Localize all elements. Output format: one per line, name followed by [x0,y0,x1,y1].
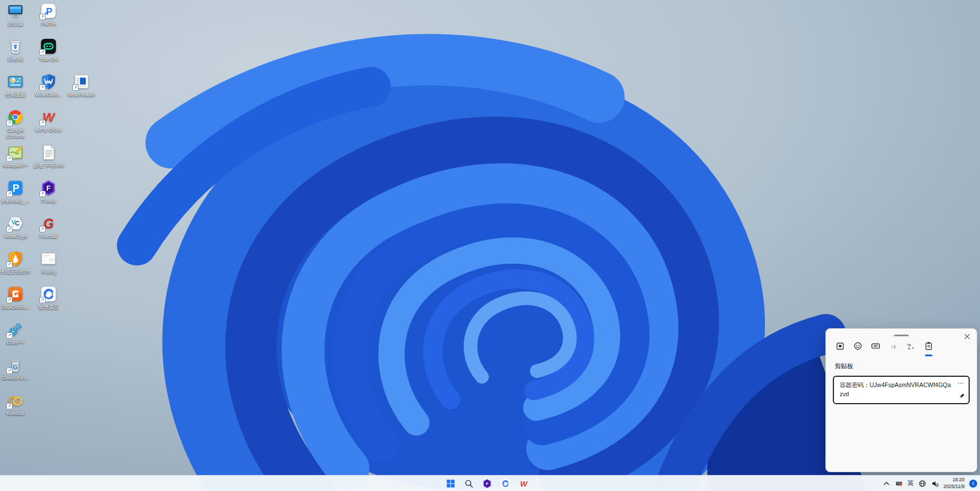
taskbar-zhipu-qingyan-button[interactable] [500,478,511,489]
desktop-icon-label: phpstudy_... [0,198,31,204]
desktop-icon-label: Foxmail [33,234,64,240]
ime-indicator[interactable]: 英 [908,478,914,489]
desktop-icon-label: Floorp [33,198,64,204]
desktop-icon-label: DiskGeniu... [0,304,31,311]
chevron-up-icon[interactable] [882,478,890,489]
shortcut-arrow-icon: ↗ [6,332,13,339]
svg-text:GIF: GIF [873,345,878,348]
svg-text:C: C [15,220,19,227]
clipboard-icon [924,341,933,352]
desktop-icon-geekuninstaller[interactable]: G↗GeekUnin... [0,356,31,381]
desktop-icon-label: Dism++ [0,340,31,346]
taskbar-center-icons: FW [445,476,529,491]
svg-text:;-): ;-) [891,344,896,349]
desktop-icon-recycle-bin[interactable]: 回收站 [0,38,31,63]
volume-icon[interactable] [931,478,939,489]
tab-kaomoji[interactable]: ;-) [888,341,898,352]
shortcut-arrow-icon: ↗ [6,403,13,409]
pin-icon[interactable] [959,392,965,401]
clipboard-panel-tabs: GIF;-)№Δ+ [835,341,977,352]
desktop-icon-diskgenius[interactable]: ↗DiskGeniu... [0,285,31,311]
desktop-icon-label: WiseCare... [33,92,64,98]
more-options-icon[interactable]: … [957,377,965,385]
clipboard-item-text: 容器密码：UJw4FspAsmNVRACWf4GQazvd [840,381,954,399]
desktop-icon-navicat[interactable]: ↗Navicat [0,392,31,417]
svg-text:+: + [912,346,914,350]
clock[interactable]: 16:20 2025/11/9 [943,477,965,489]
clipboard-section-title: 剪贴板 [835,362,977,371]
svg-text:W: W [520,479,528,488]
desktop-icon-floorp[interactable]: F↗Floorp [33,179,64,204]
taskbar-wps-office-button[interactable]: W [518,478,529,489]
desktop-icon-foxmail[interactable]: G↗Foxmail [33,215,64,240]
desktop-icon-label: Google Chrome [0,127,31,140]
desktop-icon-statement-txt[interactable]: 必看 声明!.txt [33,144,64,169]
taskbar-floorp-button[interactable]: F [481,478,493,489]
tab-emoji[interactable] [852,341,863,352]
network-globe-icon[interactable] [918,478,926,489]
taskbar-search-button[interactable] [463,478,475,489]
clipboard-history-panel: GIF;-)№Δ+ 剪贴板 容器密码：UJw4FspAsmNVRACWf4GQa… [825,328,977,472]
shortcut-arrow-icon: ↗ [6,120,13,126]
desktop-icon-control-panel[interactable]: 控制面板 [0,73,31,98]
shortcut-arrow-icon: ↗ [6,191,13,197]
wps-icon: W↗ [40,108,57,126]
this-pc-icon [7,2,24,19]
desktop-icon-trae-cn[interactable]: ↗Trae CN [33,38,64,63]
svg-text:P: P [13,183,19,194]
desktop-icon-notepad-plus-plus[interactable]: ↗Notepad++ [0,144,31,169]
huorong-icon: ↗ [7,250,24,267]
txt-file-icon [40,144,57,161]
notepadpp-icon: ↗ [7,144,24,161]
desktop-icon-wisecare[interactable]: ↗WiseCare... [33,73,64,98]
tab-gif[interactable]: GIF [870,341,881,352]
desktop-icon-label: GeekUnin... [0,375,31,381]
desktop-icon-veracrypt[interactable]: VC↗VeraCrypt [0,215,31,240]
desktop-icon-label: 火绒安全软件 [0,269,31,275]
desktop-icon-huorong[interactable]: ↗火绒安全软件 [0,250,31,275]
svg-text:№: № [907,343,910,347]
desktop-icon-neatreader[interactable]: ↗NeatReader [66,73,97,98]
shortcut-arrow-icon: ↗ [39,84,46,91]
desktop-icon-ai-png[interactable]: AI.png [33,250,64,275]
desktop-icon-label: Trae CN [33,57,64,63]
desktop-icon-label: PixPin [33,21,64,27]
desktop-icon-label: NeatReader [66,92,97,98]
diskgenius-icon: ↗ [7,285,24,303]
emoji-icon [853,341,862,352]
desktop-icon-wps-office[interactable]: W↗WPS Office [33,108,64,134]
clock-date: 2025/11/9 [943,484,965,490]
clipboard-item[interactable]: 容器密码：UJw4FspAsmNVRACWf4GQazvd … [833,376,970,404]
shortcut-arrow-icon: ↗ [6,155,13,162]
shortcut-arrow-icon: ↗ [6,226,13,232]
taskbar-start-button[interactable] [445,478,456,489]
desktop-icon-label: 控制面板 [0,92,31,98]
svg-text:F: F [486,481,489,486]
chrome-icon: ↗ [7,108,24,126]
desktop-icon-google-chrome[interactable]: ↗Google Chrome [0,108,31,140]
desktop-icon-phpstudy[interactable]: P↗phpstudy_... [0,179,31,204]
tab-clipboard[interactable] [923,341,934,352]
panel-drag-handle[interactable] [894,335,909,336]
image-file-icon [40,250,57,267]
shortcut-arrow-icon: ↗ [72,84,79,91]
clock-time: 16:20 [943,477,965,483]
desktop-icon-this-pc[interactable]: 此电脑 [0,2,31,27]
desktop-icon-zhipu-qingyan[interactable]: ↗智谱清言 [33,285,64,311]
tray-app-icon[interactable] [895,478,903,489]
foxmail-icon: G↗ [40,215,57,232]
desktop-icon-label: WPS Office [33,127,64,134]
phpstudy-icon: P↗ [7,179,24,196]
svg-text:Δ: Δ [908,347,910,350]
kaomoji-icon: ;-) [889,341,898,352]
desktop-icon-pixpin[interactable]: P↗PixPin [33,2,64,27]
desktop-icon-label: 此电脑 [0,21,31,27]
tab-symbols[interactable]: №Δ+ [905,341,916,352]
desktop-icon-dism[interactable]: ↗Dism++ [0,321,31,346]
notification-badge[interactable]: 1 [969,480,977,488]
control-panel-icon [7,73,24,90]
svg-text:G: G [13,364,18,371]
close-icon[interactable] [962,332,971,341]
desktop-icon-label: 回收站 [0,57,31,63]
tab-recent[interactable] [835,341,845,352]
